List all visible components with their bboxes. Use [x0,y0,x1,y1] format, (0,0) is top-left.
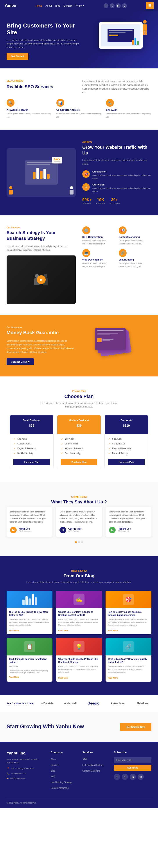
web-development-desc: Lorem ipsum dolor sit amet, consectetur … [82,262,115,268]
nav-logo[interactable]: Yanbu [4,3,16,8]
nav-pages[interactable]: Pages ▾ [76,4,84,7]
google-icon[interactable]: g [122,3,127,8]
corp-feature-1-label: Site Audit [112,438,121,440]
medium-business-cta-button[interactable]: Purchase Plan [61,459,97,465]
footer-content-link[interactable]: Content Marketing [51,787,69,789]
blog-post-6-link[interactable]: Read More [108,677,118,679]
service-link-building: 🔗 Link Building Lorem ipsum dolor sit am… [119,249,152,268]
footer-services-link[interactable]: Services [51,764,59,766]
cta-content: Start Growing With Yanbu Now [7,723,84,731]
small-feature-2: ✓ Content Audit [13,442,50,445]
corporate-amount: 119 [125,424,130,427]
seo-section: SEO Company Realible SEO Services Lorem … [0,68,158,130]
pricing-description: Lorem ipsum dolor sit amet, consectetur … [35,402,123,409]
footer-about-link[interactable]: About [51,758,56,761]
grow-description: Lorem ipsum dolor sit amet, consectetur … [82,158,151,166]
corp-feature-4: ✓ Backlink Activity [108,452,145,455]
footer-svc-seo-link[interactable]: SEO [82,758,87,761]
link-building-icon: 🔗 [119,249,127,257]
check-icon: ✓ [108,452,110,455]
dot-2[interactable] [78,541,80,543]
site-audit-icon: 🔧 [106,99,114,107]
footer-logo: Yanbu Inc. [7,751,44,755]
corp-feature-3-label: Keyword Research [112,447,130,450]
footer-linkedin-icon[interactable]: in [130,774,136,780]
hero-cta-button[interactable]: Get Started [7,53,28,60]
seo-left-content: SEO Company Realible SEO Services [7,80,76,93]
corporate-header: Corporate $119 [105,415,148,434]
site-audit-desc: Lorem ipsum dolor sit amet, consectetur … [106,112,151,119]
nav-about[interactable]: About [45,4,52,7]
corporate-cta-button[interactable]: Purchase Plan [108,459,145,465]
linkedin-icon[interactable]: in [116,3,121,8]
footer-address-text: 4617 Starting Street Road [11,767,34,770]
blog-post-3-link[interactable]: Read More [108,629,118,632]
play-icon: ▶ [40,277,43,282]
seo-feature-audit: 🔧 Site Audit Lorem ipsum dolor sit amet,… [106,99,151,119]
footer-email: ✉ info@yanbu.com [7,777,44,780]
stat-experts-label: SEO Expert [109,202,120,205]
stack-card-top [95,328,126,350]
nav-contact[interactable]: Contact [64,4,72,7]
footer-twitter-icon[interactable]: t [122,774,128,780]
blog-post-2-title: What Is SEO Content? A Guide to Creating… [58,611,100,617]
seo-right-content: Lorem ipsum dolor sit amet, consectetur … [82,80,151,94]
blog-post-4-link[interactable]: Read More [9,676,19,678]
small-feature-4: ✓ Backlink Activity [13,452,50,455]
blog-post-1-link[interactable]: Read More [9,629,19,632]
testimonial-3-info: Richard Doe SEO Analyst [118,528,131,532]
twitter-icon[interactable]: t [110,3,115,8]
blog-post-5: 💡 Why you should adopt a PPC and SEO Com… [56,638,102,681]
check-icon: ✓ [108,437,110,440]
stat-keywords: 10K Keywords [96,197,105,205]
services-tag: Our Services [7,226,76,229]
footer-newsletter-button[interactable]: Subscribe [114,765,151,771]
medium-feature-1: ✓ Site Audit [61,437,97,440]
web-development-icon: 💻 [82,249,90,257]
footer-newsletter-input[interactable] [114,757,151,763]
dot-3[interactable] [81,541,83,543]
vision-icon: 👁 [82,183,90,191]
small-business-cta-button[interactable]: Purchase Plan [13,459,50,465]
facebook-icon[interactable]: f [104,3,108,8]
grow-mission-content: Our Mission Lorem ipsum dolor sit amet, … [92,170,151,180]
hero-content: Bring Customers To Your Site Lorem ipsum… [7,22,81,60]
footer-linkbuilding-link[interactable]: Link Building Strategy [51,781,72,783]
stack-illustration [95,326,134,361]
footer-youtube-icon[interactable]: yt [137,774,144,780]
nav-hamburger-button[interactable]: ☰ [146,2,154,9]
footer-seo-link[interactable]: SEO [51,775,55,778]
blog-post-5-link[interactable]: Read More [58,677,68,679]
small-business-name: Small Business [13,419,50,422]
dot-1[interactable] [75,541,77,543]
video-play-button[interactable]: ▶ [37,275,46,284]
nav-home[interactable]: Home [36,4,42,7]
footer-blog-link[interactable]: Blog [51,770,55,772]
footer-bottom: © 2021 Yanbu. All rights reserved. [7,798,151,804]
corporate-body: ✓ Site Audit ✓ Content Audit ✓ Keyword R… [105,434,148,469]
avatar-3-circle: R [109,527,116,533]
blog-3-illustration: 🎯 [106,591,151,608]
footer-company-links: About Services Blog SEO Link Building St… [51,757,76,790]
blog-post-6-desc: Lorem ipsum dolor sit amet facilisis ut … [108,665,149,674]
seo-description: Lorem ipsum dolor sit amet, consectetur … [82,80,151,94]
pricing-medium-business: Medium Business $39 ✓ Site Audit ✓ Conte… [57,415,101,469]
blog-post-2-link[interactable]: Read More [58,629,68,632]
blog-post-1-desc: Lorem ipsum dolor sit amet, consectetura… [9,618,50,626]
keyword-research-icon: 🔍 [7,99,14,107]
footer-facebook-icon[interactable]: f [114,774,120,780]
nav-blog[interactable]: Blog [55,4,60,7]
footer-svc-content-link[interactable]: Content Marketing [82,770,100,772]
blog-1-illustration [7,591,52,608]
small-business-header: Small Business $29 [10,415,53,434]
grow-features: 🎯 Our Mission Lorem ipsum dolor sit amet… [82,170,151,193]
testimonial-2-name: George Tabs [68,528,81,530]
stat-experts-number: 30+ [109,197,120,202]
footer-social-icons: f t in yt [114,774,151,780]
guarantee-cta-button[interactable]: Contact Us Now [7,359,34,365]
testimonials-tag: Client Review [7,496,151,498]
cta-button[interactable]: Get Started Now [120,723,151,731]
email-icon: ✉ [7,777,8,780]
grow-illustration: 99K+ Revenue [7,148,76,197]
footer-svc-linkbuilding-link[interactable]: Link Building Strategy [82,764,104,766]
